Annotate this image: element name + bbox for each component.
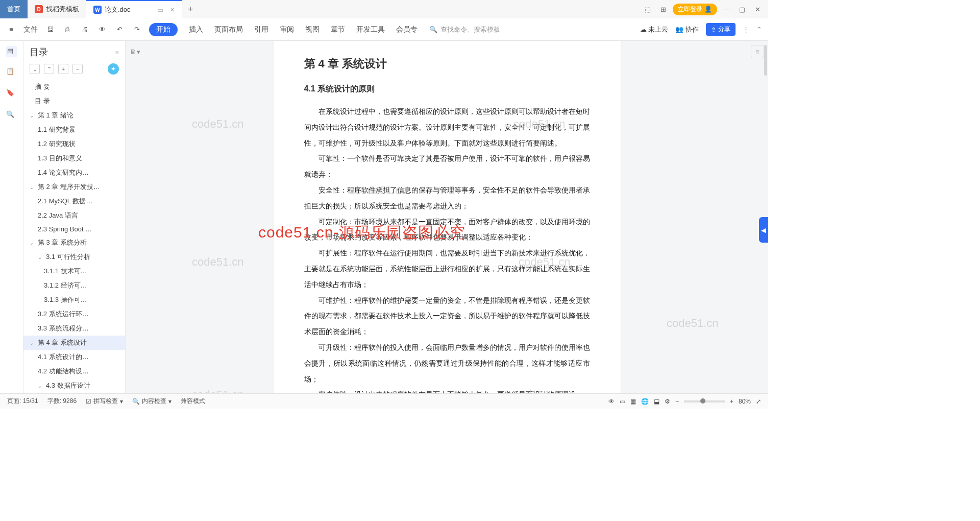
close-tab-icon[interactable]: × <box>170 6 175 14</box>
expand-all-icon[interactable]: ⌃ <box>44 64 54 74</box>
tab-templates[interactable]: D 找稻壳模板 <box>28 0 86 18</box>
close-window-icon[interactable]: ✕ <box>752 4 763 15</box>
content-check[interactable]: 🔍 内容检查 ▾ <box>132 397 172 406</box>
page-indicator[interactable]: 页面: 15/31 <box>7 397 38 406</box>
tab-document[interactable]: W 论文.doc ▭ × <box>86 0 182 18</box>
apps-icon[interactable]: ⊞ <box>657 4 669 15</box>
zoom-out-icon[interactable]: − <box>675 398 679 405</box>
collapse-all-icon[interactable]: ⌄ <box>30 64 40 74</box>
outline-item[interactable]: 3.3 系统流程分… <box>23 321 125 336</box>
outline-item[interactable]: 4.1 系统设计的… <box>23 350 125 364</box>
find-icon[interactable]: 🔍 <box>6 110 17 122</box>
left-iconbar: ▤ 📋 🔖 🔍 <box>0 41 23 393</box>
present-icon[interactable]: ▭ <box>157 6 163 14</box>
zoom-in-icon[interactable]: + <box>730 398 733 405</box>
outline-item[interactable]: 3.1.2 经济可… <box>23 278 125 293</box>
save-icon[interactable]: 🖫 <box>45 25 55 35</box>
scrollbar[interactable] <box>764 45 767 76</box>
remove-heading-icon[interactable]: − <box>72 64 83 74</box>
tab-pagelayout[interactable]: 页面布局 <box>214 25 243 34</box>
add-heading-icon[interactable]: + <box>58 64 68 74</box>
outline-item[interactable]: 目 录 <box>23 94 125 108</box>
titlebar: 首页 D 找稻壳模板 W 论文.doc ▭ × + ⬚ ⊞ 立即登录👤 — ▢ … <box>0 0 768 18</box>
ai-assist-icon[interactable]: ✦ <box>108 63 119 75</box>
format-pane-icon[interactable]: ≡ <box>751 45 764 58</box>
tab-view[interactable]: 视图 <box>305 25 320 34</box>
spellcheck-toggle[interactable]: ☑ 拼写检查 ▾ <box>86 397 123 406</box>
outline-item[interactable]: ⌄第 4 章 系统设计 <box>23 336 125 350</box>
outline-item[interactable]: ⌄第 2 章 程序开发技… <box>23 180 125 194</box>
outline-item[interactable]: 4.2 功能结构设… <box>23 364 125 378</box>
heading-2: 4.1 系统设计的原则 <box>304 84 590 94</box>
undo-icon[interactable]: ↶ <box>114 25 125 35</box>
zoom-slider[interactable] <box>684 400 725 402</box>
outline-item[interactable]: 1.3 目的和意义 <box>23 151 125 165</box>
login-button[interactable]: 立即登录👤 <box>673 4 717 15</box>
view-fullwidth-icon[interactable]: ⬓ <box>654 398 659 405</box>
outline-item[interactable]: 摘 要 <box>23 80 125 94</box>
outline-item[interactable]: 2.3 Spring Boot … <box>23 223 125 235</box>
outline-item[interactable]: 2.2 Java 语言 <box>23 208 125 223</box>
view-web-icon[interactable]: ▦ <box>630 398 636 405</box>
share-button[interactable]: ⇪ 分享 <box>706 23 736 36</box>
paragraph: 可升级性：程序软件的投入使用，会面临用户数量增多的情况，用户对软件的使用率也会提… <box>304 340 590 387</box>
tab-member[interactable]: 会员专 <box>396 25 418 34</box>
tab-review[interactable]: 审阅 <box>280 25 294 34</box>
outline-item[interactable]: 1.2 研究现状 <box>23 137 125 151</box>
outline-item[interactable]: ⌄第 1 章 绪论 <box>23 108 125 123</box>
outline-item[interactable]: 3.2 系统运行环… <box>23 307 125 321</box>
outline-item[interactable]: 4.3.1 数据库 … <box>23 393 125 393</box>
outline-icon[interactable]: ▤ <box>6 46 17 57</box>
tab-insert[interactable]: 插入 <box>189 25 203 34</box>
outline-item[interactable]: ⌄第 3 章 系统分析 <box>23 235 125 250</box>
file-menu[interactable]: 文件 <box>23 25 38 34</box>
export-icon[interactable]: ⎙ <box>62 25 72 35</box>
print-icon[interactable]: 🖨 <box>80 25 90 35</box>
more-icon[interactable]: ⋮ <box>743 26 749 33</box>
new-tab-button[interactable]: + <box>182 4 200 15</box>
paragraph: 可维护性：程序软件的维护需要一定量的资金，不管是排除现有程序错误，还是变更软件的… <box>304 293 590 340</box>
compat-mode[interactable]: 兼容模式 <box>181 397 205 406</box>
outline-item[interactable]: 3.1.1 技术可… <box>23 264 125 278</box>
zoom-level[interactable]: 80% <box>739 398 751 405</box>
tab-devtools[interactable]: 开发工具 <box>356 25 385 34</box>
document-viewport[interactable]: 🗎▾ ≡ 第 4 章 系统设计 4.1 系统设计的原则 在系统设计过程中，也需要… <box>126 41 768 393</box>
view-read-icon[interactable]: 👁 <box>608 398 615 405</box>
redo-icon[interactable]: ↷ <box>132 25 142 35</box>
collapse-ribbon-icon[interactable]: ⌃ <box>756 26 762 33</box>
paragraph: 可定制化：市场环境从来都不是一直固定不变，面对客户群体的改变，以及使用环境的改变… <box>304 214 590 246</box>
paragraph: 在系统设计过程中，也需要遵循相应的设计原则，这些设计原则可以帮助设计者在短时间内… <box>304 104 590 151</box>
outline-item[interactable]: ⌄3.1 可行性分析 <box>23 250 125 264</box>
clipboard-icon[interactable]: 📋 <box>6 67 17 79</box>
command-search[interactable]: 🔍 查找命令、搜索模板 <box>425 23 505 36</box>
tab-reference[interactable]: 引用 <box>254 25 268 34</box>
view-outline-icon[interactable]: 🌐 <box>641 398 649 405</box>
tab-start[interactable]: 开始 <box>149 23 178 36</box>
bookmark-icon[interactable]: 🔖 <box>6 89 17 100</box>
page-tools-icon[interactable]: 🗎▾ <box>129 45 142 58</box>
outline-item[interactable]: ⌄4.3 数据库设计 <box>23 378 125 393</box>
maximize-icon[interactable]: ▢ <box>737 4 748 15</box>
word-count[interactable]: 字数: 9286 <box>47 397 77 406</box>
watermark: code51.cn <box>667 317 719 330</box>
preview-icon[interactable]: 👁 <box>97 25 107 35</box>
heading-1: 第 4 章 系统设计 <box>304 56 590 72</box>
watermark: code51.cn <box>192 255 244 269</box>
outline-item[interactable]: 1.4 论文研究内… <box>23 165 125 180</box>
ribbon-tabs: 开始 插入 页面布局 引用 审阅 视图 章节 开发工具 会员专 <box>149 23 418 36</box>
sidebar-close-icon[interactable]: × <box>115 49 119 56</box>
layout-icon[interactable]: ⬚ <box>642 4 653 15</box>
minimize-icon[interactable]: — <box>721 4 732 15</box>
view-page-icon[interactable]: ▭ <box>620 398 625 405</box>
cloud-status[interactable]: ☁ 未上云 <box>640 25 669 34</box>
tab-chapter[interactable]: 章节 <box>331 25 345 34</box>
fullscreen-icon[interactable]: ⤢ <box>756 398 761 405</box>
collab-button[interactable]: 👥 协作 <box>675 25 699 34</box>
tab-home[interactable]: 首页 <box>0 0 28 18</box>
zoom-settings-icon[interactable]: ⚙ <box>665 398 670 405</box>
menu-icon[interactable]: ≡ <box>6 25 16 35</box>
side-panel-toggle[interactable]: ◀ <box>759 217 768 243</box>
outline-item[interactable]: 2.1 MySQL 数据… <box>23 194 125 208</box>
outline-item[interactable]: 1.1 研究背景 <box>23 123 125 137</box>
outline-item[interactable]: 3.1.3 操作可… <box>23 293 125 307</box>
